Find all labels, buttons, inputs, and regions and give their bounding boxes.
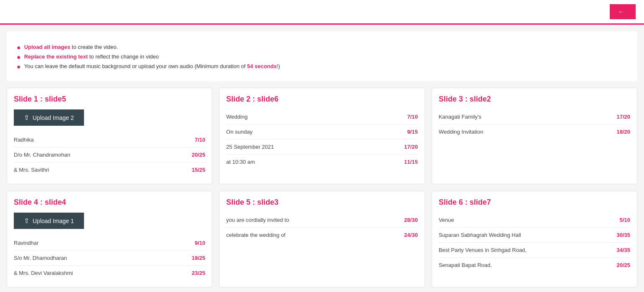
tip-bullet-1: ● — [17, 44, 21, 51]
tip-2: ● Replace the existing text to reflect t… — [17, 53, 627, 61]
field-count-slide6-1: 30/35 — [616, 232, 630, 238]
field-count-slide3-1: 18/20 — [616, 129, 630, 135]
field-label-slide5-1: celebrate the wedding of — [226, 232, 285, 238]
field-row-slide2-0: Wedding 7/10 — [226, 109, 417, 124]
field-row-slide2-2: 25 September 2021 17/20 — [226, 140, 417, 155]
slide-card-slide1: Slide 1 : slide5 ⇧ Upload Image 2 Radhik… — [7, 88, 212, 184]
field-row-slide4-0: Ravindhar 9/10 — [14, 236, 205, 251]
field-count-slide2-3: 11/15 — [404, 159, 418, 165]
upload-icon-slide1: ⇧ — [24, 114, 29, 122]
slide-title-slide6: Slide 6 : slide7 — [439, 198, 630, 207]
field-count-slide4-2: 23/25 — [192, 270, 206, 276]
field-label-slide6-1: Suparan Sabhagrah Wedding Hall — [439, 232, 521, 238]
field-count-slide1-2: 15/25 — [192, 167, 206, 173]
slides-grid: Slide 1 : slide5 ⇧ Upload Image 2 Radhik… — [0, 81, 644, 292]
field-row-slide4-1: S/o Mr. Dhamodharan 19/25 — [14, 251, 205, 266]
field-count-slide4-1: 19/25 — [192, 255, 206, 261]
tip-bullet-3: ● — [17, 63, 21, 70]
slide-title-slide4: Slide 4 : slide4 — [14, 198, 205, 207]
field-label-slide2-3: at 10:30 am — [226, 159, 255, 165]
field-label-slide2-2: 25 September 2021 — [226, 144, 274, 150]
field-label-slide6-0: Venue — [439, 217, 454, 223]
field-label-slide1-0: Radhika — [14, 137, 34, 143]
field-label-slide6-3: Senapati Bapat Road, — [439, 262, 492, 268]
field-row-slide2-1: On sunday 9/15 — [226, 124, 417, 140]
field-row-slide6-0: Venue 5/10 — [439, 213, 630, 228]
upload-button-slide1[interactable]: ⇧ Upload Image 2 — [14, 109, 84, 126]
field-label-slide5-0: you are cordially invited to — [226, 217, 289, 223]
slide-card-slide6: Slide 6 : slide7 Venue 5/10 Suparan Sabh… — [432, 191, 637, 287]
tip-2-text: Replace the existing text to reflect the… — [24, 53, 159, 60]
field-count-slide2-1: 9/15 — [407, 129, 417, 135]
field-label-slide4-2: & Mrs. Devi Varalakshmi — [14, 270, 73, 276]
field-label-slide2-0: Wedding — [226, 114, 247, 120]
field-count-slide3-0: 17/20 — [616, 114, 630, 120]
slide-title-slide3: Slide 3 : slide2 — [439, 95, 630, 104]
field-count-slide2-0: 7/10 — [407, 114, 417, 120]
field-row-slide1-0: Radhika 7/10 — [14, 132, 205, 147]
field-count-slide1-0: 7/10 — [195, 137, 205, 143]
slide-title-slide2: Slide 2 : slide6 — [226, 95, 417, 104]
tip-1-text: Upload all images to create the video. — [24, 44, 118, 50]
tip-2-highlight: Replace the existing text — [24, 53, 88, 60]
field-row-slide3-1: Wedding Invitation 18/20 — [439, 124, 630, 139]
field-row-slide6-3: Senapati Bapat Road, 20/25 — [439, 258, 630, 272]
slide-card-slide4: Slide 4 : slide4 ⇧ Upload Image 1 Ravind… — [7, 191, 212, 287]
slide-card-slide3: Slide 3 : slide2 Kanagati Family's 17/20… — [432, 88, 637, 184]
header: ← — [0, 0, 644, 25]
tip-1-rest: to create the video. — [72, 44, 118, 50]
tip-3-text: You can leave the default music backgrou… — [24, 63, 280, 69]
upload-button-slide4[interactable]: ⇧ Upload Image 1 — [14, 213, 84, 229]
field-label-slide4-1: S/o Mr. Dhamodharan — [14, 255, 67, 261]
tip-2-rest: to reflect the change in video — [89, 53, 159, 60]
field-label-slide1-1: D/o Mr. Chandramohan — [14, 152, 70, 158]
tip-1-highlight: Upload all images — [24, 44, 71, 50]
field-row-slide5-0: you are cordially invited to 28/30 — [226, 213, 417, 228]
field-count-slide1-1: 20/25 — [192, 152, 206, 158]
arrow-left-icon: ← — [618, 8, 624, 15]
field-count-slide4-0: 9/10 — [195, 240, 205, 246]
tip-1: ● Upload all images to create the video. — [17, 44, 627, 51]
field-row-slide6-2: Best Party Venues in Sinhgad Road, 34/35 — [439, 243, 630, 258]
upload-label-slide1: Upload Image 2 — [33, 114, 74, 121]
slide-title-slide5: Slide 5 : slide3 — [226, 198, 417, 207]
field-label-slide3-0: Kanagati Family's — [439, 114, 481, 120]
slide-card-slide2: Slide 2 : slide6 Wedding 7/10 On sunday … — [219, 88, 425, 184]
tip-3-highlight: 54 seconds — [247, 63, 277, 69]
field-row-slide5-1: celebrate the wedding of 24/30 — [226, 228, 417, 242]
field-count-slide5-0: 28/30 — [404, 217, 418, 223]
upload-icon-slide4: ⇧ — [24, 217, 29, 225]
field-label-slide3-1: Wedding Invitation — [439, 129, 484, 135]
field-count-slide6-2: 34/35 — [616, 247, 630, 253]
field-count-slide5-1: 24/30 — [404, 232, 418, 238]
field-count-slide6-0: 5/10 — [620, 217, 630, 223]
field-label-slide1-2: & Mrs. Savithri — [14, 167, 49, 173]
back-to-library-button[interactable]: ← — [610, 4, 636, 19]
field-row-slide2-3: at 10:30 am 11/15 — [226, 155, 417, 169]
field-label-slide4-0: Ravindhar — [14, 240, 38, 246]
field-row-slide1-1: D/o Mr. Chandramohan 20/25 — [14, 147, 205, 163]
slide-card-slide5: Slide 5 : slide3 you are cordially invit… — [219, 191, 425, 287]
tip-bullet-2: ● — [17, 54, 21, 61]
field-row-slide3-0: Kanagati Family's 17/20 — [439, 109, 630, 124]
field-label-slide2-1: On sunday — [226, 129, 252, 135]
pro-tips-section: ● Upload all images to create the video.… — [7, 31, 637, 81]
field-row-slide1-2: & Mrs. Savithri 15/25 — [14, 163, 205, 177]
field-count-slide2-2: 17/20 — [404, 144, 418, 150]
field-count-slide6-3: 20/25 — [616, 262, 630, 268]
field-row-slide6-1: Suparan Sabhagrah Wedding Hall 30/35 — [439, 228, 630, 243]
slide-title-slide1: Slide 1 : slide5 — [14, 95, 205, 104]
upload-label-slide4: Upload Image 1 — [33, 218, 74, 224]
field-label-slide6-2: Best Party Venues in Sinhgad Road, — [439, 247, 527, 253]
tip-3: ● You can leave the default music backgr… — [17, 63, 627, 70]
field-row-slide4-2: & Mrs. Devi Varalakshmi 23/25 — [14, 266, 205, 280]
